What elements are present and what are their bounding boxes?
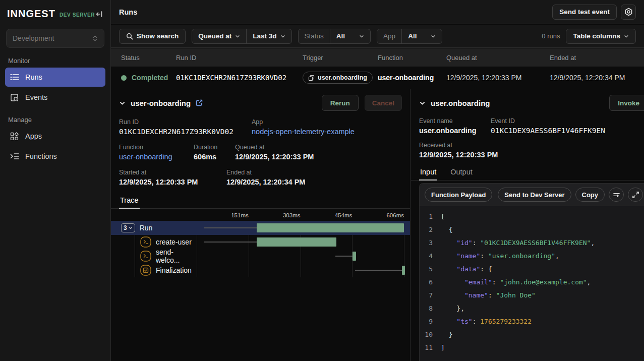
time-filter-group: Queued at Last 3d bbox=[192, 29, 291, 44]
runs-table-header: Status Run ID Trigger Function Queued at… bbox=[111, 48, 644, 67]
trace-duration-bar bbox=[402, 266, 405, 275]
app-filter-dropdown[interactable]: All bbox=[401, 29, 442, 43]
queued-at-value: 12/9/2025, 12:20:33 PM bbox=[235, 153, 314, 161]
trace-row[interactable]: Finalization bbox=[111, 263, 410, 277]
brand-row: INNGEST DEV SERVER bbox=[0, 0, 110, 24]
trigger-pill[interactable]: user.onboarding bbox=[303, 72, 373, 84]
code-line: 5 "data": { bbox=[420, 263, 644, 276]
trace-delay-line bbox=[355, 270, 401, 271]
queued-at-label: Queued at bbox=[235, 144, 314, 151]
sidebar-section-monitor: Monitor bbox=[8, 57, 110, 65]
search-icon bbox=[126, 33, 133, 40]
sidebar: INNGEST DEV SERVER Development Monitor bbox=[0, 0, 111, 361]
column-header-run-id: Run ID bbox=[176, 54, 303, 62]
code-line: 1[ bbox=[420, 210, 644, 223]
status-filter-dropdown[interactable]: All bbox=[330, 29, 370, 43]
events-icon bbox=[10, 93, 19, 102]
app-link[interactable]: nodejs-open-telemetry-example bbox=[252, 128, 355, 136]
ended-at-cell: 12/9/2025, 12:20:34 PM bbox=[550, 74, 644, 82]
ended-at-value: 12/9/2025, 12:20:34 PM bbox=[226, 178, 305, 186]
trace-row-track bbox=[197, 235, 404, 249]
trace-row[interactable]: 3Run bbox=[111, 221, 410, 235]
cancel-button[interactable]: Cancel bbox=[365, 95, 402, 111]
sidebar-collapse-icon[interactable] bbox=[95, 10, 103, 18]
collapse-run-chevron-icon[interactable] bbox=[119, 100, 126, 106]
environment-selector[interactable]: Development bbox=[6, 29, 104, 48]
expand-icon bbox=[632, 192, 639, 198]
column-header-ended-at: Ended at bbox=[550, 54, 644, 62]
tab-output[interactable]: Output bbox=[449, 166, 474, 180]
run-details-panel: user-onboarding Rerun Cancel Run ID 01KC… bbox=[111, 89, 411, 361]
line-number: 3 bbox=[420, 236, 441, 250]
payload-code-editor[interactable]: 1[2 {3 "id": "01KC1DEX9AESS6BF1V46FFK9EN… bbox=[420, 206, 644, 361]
tick-label: 151ms bbox=[231, 212, 249, 218]
status-dot bbox=[121, 75, 127, 81]
tab-input[interactable]: Input bbox=[419, 166, 437, 180]
runs-count: 0 runs bbox=[542, 32, 560, 40]
tick-label: 606ms bbox=[386, 212, 404, 218]
topbar: Runs Send test event bbox=[111, 0, 644, 24]
apps-icon bbox=[10, 132, 19, 141]
expand-button[interactable] bbox=[628, 188, 643, 202]
app-filter-group: App All bbox=[377, 29, 442, 44]
started-at-label: Started at bbox=[119, 169, 226, 176]
tab-trace[interactable]: Trace bbox=[119, 194, 140, 209]
collapse-event-chevron-icon[interactable] bbox=[419, 100, 426, 106]
trace-row-label: send-welco... bbox=[156, 248, 197, 264]
copy-button[interactable]: Copy bbox=[575, 188, 605, 202]
queued-at-cell: 12/9/2025, 12:20:33 PM bbox=[446, 74, 550, 82]
tick-label: 454ms bbox=[335, 212, 353, 218]
duration-label: Duration bbox=[194, 144, 235, 151]
time-range-dropdown[interactable]: Last 3d bbox=[246, 29, 291, 43]
external-link-icon[interactable] bbox=[196, 99, 203, 106]
line-number: 6 bbox=[420, 276, 441, 289]
sidebar-item-functions[interactable]: Functions bbox=[5, 147, 105, 166]
rerun-button[interactable]: Rerun bbox=[322, 95, 359, 111]
sidebar-item-label: Events bbox=[25, 93, 47, 101]
line-number: 11 bbox=[420, 341, 441, 354]
code-content: "email": "john.doe@example.com", bbox=[441, 276, 591, 289]
sidebar-item-runs[interactable]: Runs bbox=[5, 68, 105, 87]
trace-row[interactable]: send-welco... bbox=[111, 249, 410, 263]
show-search-button[interactable]: Show search bbox=[119, 29, 186, 44]
code-content: "ts": 1765279233322 bbox=[441, 315, 532, 328]
status-filter-group: Status All bbox=[298, 29, 371, 44]
word-wrap-button[interactable] bbox=[609, 188, 624, 202]
event-name-value: user.onboarding bbox=[419, 127, 491, 135]
runs-icon bbox=[10, 74, 19, 81]
function-link[interactable]: user-onboarding bbox=[119, 153, 194, 161]
functions-icon bbox=[10, 153, 19, 160]
trace-row-label: Finalization bbox=[156, 266, 192, 274]
inngest-dev-server-app: INNGEST DEV SERVER Development Monitor bbox=[0, 0, 644, 361]
trace-delay-line bbox=[335, 256, 353, 257]
send-test-event-button[interactable]: Send test event bbox=[552, 5, 617, 20]
trace-row[interactable]: create-user bbox=[111, 235, 410, 249]
status-filter-label: Status bbox=[299, 29, 330, 43]
send-to-dev-server-button[interactable]: Send to Dev Server bbox=[498, 188, 571, 202]
code-line: 9 "ts": 1765279233322 bbox=[420, 315, 644, 328]
code-content: "name": "John Doe" bbox=[441, 289, 536, 302]
column-header-status: Status bbox=[111, 54, 176, 62]
code-line: 4 "name": "user.onboarding", bbox=[420, 250, 644, 263]
column-header-trigger: Trigger bbox=[303, 54, 378, 62]
trace-row-track bbox=[197, 263, 404, 277]
code-content: "id": "01KC1DEX9AESS6BF1V46FFK9EN", bbox=[441, 236, 595, 250]
table-row[interactable]: Completed 01KC1DEXCHR2N617Z93RK0VD02 use… bbox=[111, 67, 644, 89]
step-icon bbox=[140, 251, 151, 262]
time-field-dropdown[interactable]: Queued at bbox=[192, 29, 246, 43]
payload-header: Function Payload Send to Dev Server Copy bbox=[420, 184, 644, 206]
trace-row-label: Run bbox=[140, 224, 153, 232]
table-columns-button[interactable]: Table columns bbox=[566, 29, 636, 44]
invoke-button[interactable]: Invoke bbox=[609, 95, 644, 111]
code-line: 6 "email": "john.doe@example.com", bbox=[420, 276, 644, 289]
settings-button[interactable] bbox=[621, 5, 636, 20]
chevron-down-icon bbox=[280, 34, 285, 39]
column-header-queued-at: Queued at bbox=[446, 54, 550, 62]
sidebar-item-label: Runs bbox=[25, 73, 42, 81]
inngest-logo: INNGEST bbox=[7, 8, 55, 20]
trace-row-track bbox=[197, 221, 404, 235]
gear-icon bbox=[624, 8, 633, 16]
sidebar-item-events[interactable]: Events bbox=[5, 88, 105, 107]
trace-expand-badge[interactable]: 3 bbox=[121, 223, 135, 232]
sidebar-item-apps[interactable]: Apps bbox=[5, 127, 105, 146]
